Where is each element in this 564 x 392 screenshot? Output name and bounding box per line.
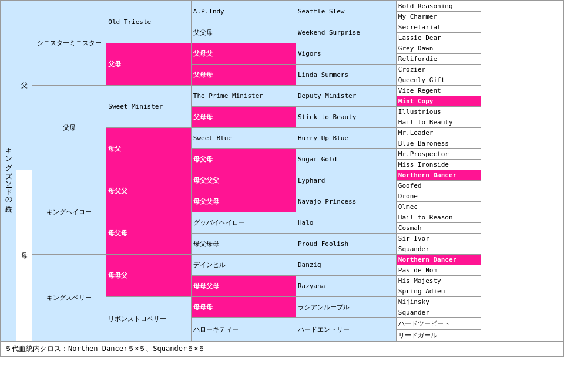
gen5-mmmff: ラシアンルーブル xyxy=(296,297,396,318)
gen4-mmmm: ハローキティー xyxy=(191,318,296,342)
gen6-12: Hail to Beauty xyxy=(396,117,481,128)
gen6-3: Secretariat xyxy=(396,22,481,33)
gen4-mfmf: グッバイヘイロー xyxy=(191,212,296,234)
table-row: 母 キングヘイロー 母父父 母父父父 Lyphard Northern Danc… xyxy=(1,170,563,181)
gen6-9: Vice Regent xyxy=(396,86,481,96)
gen6-13: Mr.Leader xyxy=(396,128,481,138)
gen6-25: Northern Dancer xyxy=(396,255,481,265)
gen5-mfmfm: Proud Foolish xyxy=(296,234,396,255)
gen4-mffm: 母父父母 xyxy=(191,191,296,212)
gen3-mmf: 母母父 xyxy=(106,255,191,297)
gen6-29: Nijinsky xyxy=(396,297,481,307)
horse-name-vertical: キングズソードの血統 xyxy=(1,1,16,342)
gen5-fmfm: Stick to Beauty xyxy=(296,107,396,128)
gen6-21: Hail to Reason xyxy=(396,212,481,223)
gen2-fm: 父母 xyxy=(32,86,106,170)
gen4-mmff: デインヒル xyxy=(191,255,296,276)
pedigree-wrap: キングズソードの血統 父 シニスターミニスター Old Trieste A.P.… xyxy=(0,0,564,357)
gen5-mmmmf: ハードエントリー xyxy=(296,318,396,342)
gen4-fmff: The Prime Minister xyxy=(191,86,296,107)
gen6-28: Spring Adieu xyxy=(396,286,481,297)
gen6-17: Northern Dancer xyxy=(396,170,481,181)
gen5-fffff: Seattle Slew xyxy=(296,1,396,22)
gen4-fffm: 父父母 xyxy=(191,22,296,43)
gen6-11: Illustrious xyxy=(396,107,481,117)
gen3-ffm: 父母 xyxy=(106,43,191,86)
gen6-30: Squander xyxy=(396,307,481,318)
gen6-10: Mint Copy xyxy=(396,96,481,107)
gen4-fmmm: 母父母 xyxy=(191,149,296,170)
gen5-mfmff: Halo xyxy=(296,212,396,234)
gen6-2: My Charmer xyxy=(396,12,481,22)
table-row: 父母 Sweet Minister The Prime Minister Dep… xyxy=(1,86,563,96)
gen6-22: Cosmah xyxy=(396,223,481,234)
gen6-1: Bold Reasoning xyxy=(396,1,481,12)
gen3-fff: Old Trieste xyxy=(106,1,191,43)
gen6-6: Relifordie xyxy=(396,54,481,65)
gen4-fmmf: Sweet Blue xyxy=(191,128,296,149)
gen5-ffmff: Vigors xyxy=(296,43,396,65)
main-table: キングズソードの血統 父 シニスターミニスター Old Trieste A.P.… xyxy=(1,1,563,357)
table-row: キングズソードの血統 父 シニスターミニスター Old Trieste A.P.… xyxy=(1,1,563,12)
gen4-fmfm: 父母母 xyxy=(191,107,296,128)
gen3-mmm: リボンストロベリー xyxy=(106,297,191,342)
gen6-14: Blue Baroness xyxy=(396,138,481,149)
gen5-mmffm: Razyana xyxy=(296,276,396,297)
gen5-fmff: Deputy Minister xyxy=(296,86,396,107)
gen5-mffff: Lyphard xyxy=(296,170,396,191)
gen3-fmf: Sweet Minister xyxy=(106,86,191,128)
gen6-18: Goofed xyxy=(396,181,481,191)
gen3-fmm: 母父 xyxy=(106,128,191,170)
gen5-fmmff: Hurry Up Blue xyxy=(296,128,396,149)
gen6-5: Grey Dawn xyxy=(396,43,481,54)
gen6-20: Olmec xyxy=(396,202,481,212)
gen6-8: Queenly Gift xyxy=(396,75,481,86)
gen6-27: His Majesty xyxy=(396,276,481,286)
gen6-4: Lassie Dear xyxy=(396,33,481,43)
gen4-ffmf: 父母父 xyxy=(191,43,296,65)
gen6-24: Squander xyxy=(396,244,481,255)
gen2-mm: キングスベリー xyxy=(32,255,106,342)
gen5-mfffm: Navajo Princess xyxy=(296,191,396,212)
gen6-32: リードガール xyxy=(396,330,481,342)
gen6-31: ハードツービート xyxy=(396,318,481,330)
gen6-15: Mr.Prospector xyxy=(396,149,481,160)
gen1-mother-area: 母 xyxy=(16,170,32,342)
gen6-16: Miss Ironside xyxy=(396,160,481,170)
gen2-mf: キングヘイロー xyxy=(32,170,106,255)
footer-row: ５代血統内クロス：Northen Dancer５×５、Squander５×５ xyxy=(1,342,563,357)
gen3-mff: 母父父 xyxy=(106,170,191,212)
footer-text: ５代血統内クロス：Northen Dancer５×５、Squander５×５ xyxy=(1,342,563,357)
gen2-ff: シニスターミニスター xyxy=(32,1,106,86)
gen3-mfm: 母父母 xyxy=(106,212,191,255)
gen4-mfff: 母父父父 xyxy=(191,170,296,191)
gen5-fmmfm: Sugar Gold xyxy=(296,149,396,170)
gen6-23: Sir Ivor xyxy=(396,234,481,244)
gen5-ffmfm: Linda Summers xyxy=(296,65,396,86)
gen1-father: 父 xyxy=(16,1,32,170)
gen6-19: Drone xyxy=(396,191,481,202)
gen4-mmmf: 母母母 xyxy=(191,297,296,318)
gen6-26: Pas de Nom xyxy=(396,265,481,276)
gen6-7: Crozier xyxy=(396,65,481,75)
gen4-ffmm: 父母母 xyxy=(191,65,296,86)
table-row: キングスベリー 母母父 デインヒル Danzig Northern Dancer xyxy=(1,255,563,265)
gen4-ffff: A.P.Indy xyxy=(191,1,296,22)
gen4-mmfm: 母母父母 xyxy=(191,276,296,297)
gen5-mmfff: Danzig xyxy=(296,255,396,276)
gen5-fffmf: Weekend Surprise xyxy=(296,22,396,43)
gen4-mfmm: 母父母母 xyxy=(191,234,296,255)
